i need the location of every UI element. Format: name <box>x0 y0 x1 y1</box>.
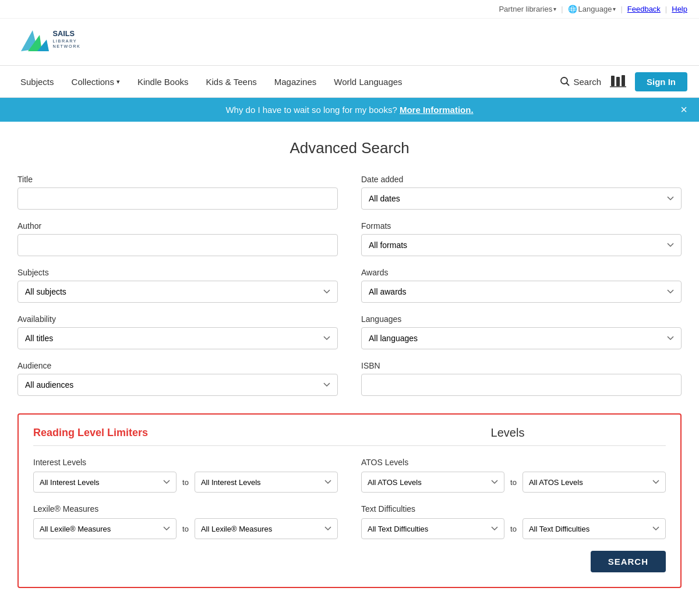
to-label-text: to <box>510 525 517 533</box>
to-label-atos: to <box>510 478 517 487</box>
nav-right: Search Sign In <box>560 72 687 91</box>
svg-line-7 <box>567 83 570 86</box>
to-label-lexile: to <box>182 525 189 533</box>
title-input[interactable] <box>17 187 338 210</box>
interest-levels-from-select[interactable]: All Interest Levels <box>33 472 176 493</box>
search-form: Title Date added All dates Author Format… <box>17 175 682 396</box>
title-label: Title <box>17 175 338 184</box>
help-link[interactable]: Help <box>672 5 687 13</box>
text-difficulties-group: Text Difficulties All Text Difficulties … <box>361 504 666 539</box>
nav-item-world-languages[interactable]: World Languages <box>325 66 411 98</box>
language-button[interactable]: 🌐 Language ▾ <box>568 5 616 13</box>
formats-group: Formats All formats <box>361 221 682 256</box>
date-added-select[interactable]: All dates <box>361 187 682 210</box>
logo-svg: SAILS LIBRARY NETWORK <box>12 24 82 59</box>
search-button-row: SEARCH <box>33 551 666 572</box>
audience-label: Audience <box>17 361 338 370</box>
text-difficulties-label: Text Difficulties <box>361 504 666 514</box>
audience-select[interactable]: All audiences <box>17 374 338 396</box>
interest-levels-label: Interest Levels <box>33 458 338 467</box>
awards-label: Awards <box>361 268 682 277</box>
divider <box>33 445 666 446</box>
sign-in-button[interactable]: Sign In <box>635 72 687 91</box>
interest-levels-to-select[interactable]: All Interest Levels <box>195 472 338 493</box>
svg-rect-10 <box>622 75 625 86</box>
isbn-input[interactable] <box>361 374 682 396</box>
svg-text:NETWORK: NETWORK <box>52 44 80 49</box>
atos-levels-to-select[interactable]: All ATOS Levels <box>523 472 666 493</box>
subjects-select[interactable]: All subjects <box>17 281 338 303</box>
reading-level-box: Reading Level Limiters Levels Interest L… <box>17 413 682 588</box>
nav-item-kindle[interactable]: Kindle Books <box>129 66 197 98</box>
partner-libraries-button[interactable]: Partner libraries ▾ <box>499 5 556 13</box>
svg-rect-8 <box>611 76 615 86</box>
availability-group: Availability All titles <box>17 314 338 349</box>
header: SAILS LIBRARY NETWORK <box>0 19 699 66</box>
bookshelf-button[interactable] <box>610 75 626 89</box>
audience-group: Audience All audiences <box>17 361 338 396</box>
text-difficulties-row: All Text Difficulties to All Text Diffic… <box>361 518 666 539</box>
languages-select[interactable]: All languages <box>361 327 682 349</box>
nav-item-subjects[interactable]: Subjects <box>12 66 63 98</box>
svg-text:LIBRARY: LIBRARY <box>52 38 77 44</box>
main-nav: Subjects Collections ▾ Kindle Books Kids… <box>0 66 699 98</box>
levels-grid: Interest Levels All Interest Levels to A… <box>33 458 666 539</box>
nav-item-magazines[interactable]: Magazines <box>266 66 326 98</box>
lexile-from-select[interactable]: All Lexile® Measures <box>33 518 176 539</box>
chevron-down-icon: ▾ <box>613 6 616 12</box>
feedback-link[interactable]: Feedback <box>627 5 661 13</box>
lexile-group: Lexile® Measures All Lexile® Measures to… <box>33 504 338 539</box>
formats-select[interactable]: All formats <box>361 234 682 256</box>
awards-group: Awards All awards <box>361 268 682 303</box>
author-input[interactable] <box>17 234 338 256</box>
subjects-group: Subjects All subjects <box>17 268 338 303</box>
lexile-to-select[interactable]: All Lexile® Measures <box>195 518 338 539</box>
main-content: Advanced Search Title Date added All dat… <box>0 122 699 606</box>
search-icon <box>560 76 570 87</box>
logo: SAILS LIBRARY NETWORK <box>12 24 82 59</box>
text-difficulties-to-select[interactable]: All Text Difficulties <box>523 518 666 539</box>
language-label: Language <box>578 5 612 13</box>
reading-level-title: Reading Level Limiters <box>33 427 350 439</box>
banner-close-button[interactable]: × <box>680 103 687 116</box>
availability-label: Availability <box>17 314 338 324</box>
formats-label: Formats <box>361 221 682 231</box>
nav-item-collections[interactable]: Collections ▾ <box>63 66 129 98</box>
partner-libraries-label: Partner libraries <box>499 5 552 13</box>
search-submit-button[interactable]: SEARCH <box>591 551 666 572</box>
chevron-down-icon: ▾ <box>116 78 120 86</box>
nav-item-kids-teens[interactable]: Kids & Teens <box>197 66 265 98</box>
levels-title: Levels <box>350 426 666 440</box>
text-difficulties-from-select[interactable]: All Text Difficulties <box>361 518 504 539</box>
nav-left: Subjects Collections ▾ Kindle Books Kids… <box>12 66 560 98</box>
page-title: Advanced Search <box>17 139 682 157</box>
availability-select[interactable]: All titles <box>17 327 338 349</box>
lexile-label: Lexile® Measures <box>33 504 338 514</box>
lexile-row: All Lexile® Measures to All Lexile® Meas… <box>33 518 338 539</box>
svg-text:SAILS: SAILS <box>52 29 75 38</box>
atos-levels-from-select[interactable]: All ATOS Levels <box>361 472 504 493</box>
interest-levels-row: All Interest Levels to All Interest Leve… <box>33 472 338 493</box>
awards-select[interactable]: All awards <box>361 281 682 303</box>
top-bar: Partner libraries ▾ | 🌐 Language ▾ | Fee… <box>0 0 699 19</box>
author-group: Author <box>17 221 338 256</box>
reading-level-header: Reading Level Limiters Levels <box>33 426 666 440</box>
to-label-interest: to <box>182 478 189 487</box>
atos-levels-label: ATOS Levels <box>361 458 666 467</box>
svg-rect-9 <box>616 77 620 86</box>
author-label: Author <box>17 221 338 231</box>
bookshelf-icon <box>610 75 626 87</box>
banner-more-info-link[interactable]: More Information. <box>400 105 474 115</box>
isbn-label: ISBN <box>361 361 682 370</box>
search-nav-button[interactable]: Search <box>560 76 601 87</box>
svg-point-6 <box>561 77 567 84</box>
banner-text: Why do I have to wait so long for my boo… <box>225 105 473 115</box>
subjects-label: Subjects <box>17 268 338 277</box>
atos-levels-group: ATOS Levels All ATOS Levels to All ATOS … <box>361 458 666 493</box>
interest-levels-group: Interest Levels All Interest Levels to A… <box>33 458 338 493</box>
globe-icon: 🌐 <box>568 5 577 13</box>
languages-group: Languages All languages <box>361 314 682 349</box>
languages-label: Languages <box>361 314 682 324</box>
date-added-group: Date added All dates <box>361 175 682 210</box>
title-group: Title <box>17 175 338 210</box>
